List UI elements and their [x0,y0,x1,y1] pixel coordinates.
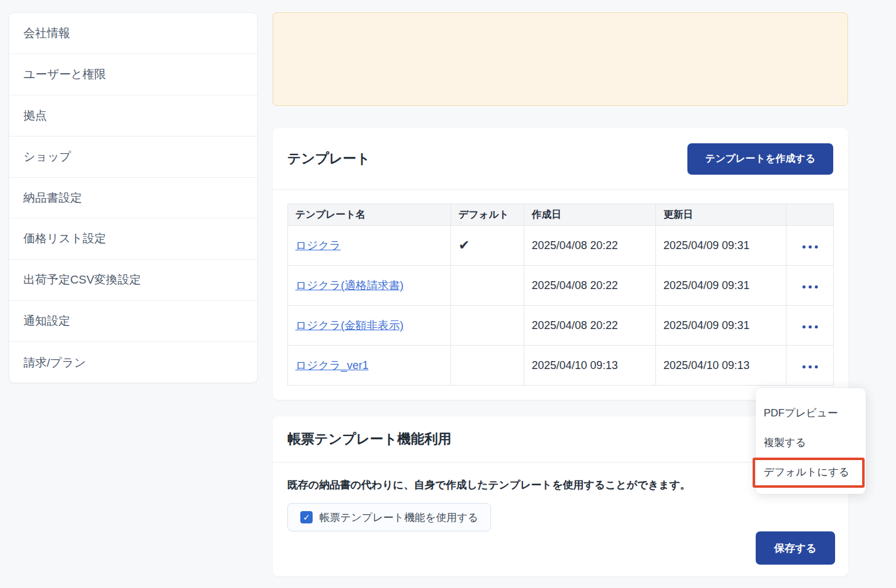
menu-item-pdf-preview[interactable]: PDFプレビュー [756,398,866,427]
created-date: 2025/04/10 09:13 [524,346,656,386]
row-actions-context-menu: PDFプレビュー 複製する デフォルトにする [756,388,866,494]
template-link[interactable]: ロジクラ [295,239,341,252]
feature-description: 既存の納品書の代わりに、自身で作成したテンプレートを使用することができます。 [287,478,833,492]
save-button[interactable]: 保存する [756,531,835,565]
default-check-icon: ✔ [458,237,470,253]
column-header-template-name: テンプレート名 [288,204,451,226]
notice-banner [273,12,848,106]
sidebar-item-delivery-note-settings[interactable]: 納品書設定 [9,178,257,219]
sidebar-item-shipping-csv-settings[interactable]: 出荷予定CSV変換設定 [9,260,257,301]
template-section-title: テンプレート [287,149,370,168]
table-header-row: テンプレート名 デフォルト 作成日 更新日 [288,204,834,226]
table-row: ロジクラ(適格請求書) 2025/04/08 20:22 2025/04/09 … [288,266,834,306]
row-actions-ellipsis-icon[interactable] [799,242,822,252]
sidebar-item-label: 会社情報 [23,25,70,41]
created-date: 2025/04/08 20:22 [524,306,656,346]
created-date: 2025/04/08 20:22 [524,226,656,266]
create-template-button[interactable]: テンプレートを作成する [687,143,833,175]
sidebar-item-locations[interactable]: 拠点 [9,95,257,137]
row-actions-ellipsis-icon[interactable] [799,322,822,332]
template-table: テンプレート名 デフォルト 作成日 更新日 ロジクラ ✔ 2025/04/08 … [287,204,834,386]
template-link[interactable]: ロジクラ_ver1 [295,359,369,371]
template-section: テンプレート テンプレートを作成する テンプレート名 デフォルト 作成日 更新日… [273,128,848,400]
menu-item-duplicate[interactable]: 複製する [756,427,866,457]
sidebar-item-billing-plan[interactable]: 請求/プラン [9,342,257,383]
updated-date: 2025/04/09 09:31 [656,306,786,346]
column-header-actions [786,204,834,226]
sidebar-item-label: 拠点 [23,108,47,124]
table-row: ロジクラ(金額非表示) 2025/04/08 20:22 2025/04/09 … [288,306,834,346]
checkbox-label: 帳票テンプレート機能を使用する [319,511,478,525]
sidebar-item-label: 通知設定 [23,313,70,329]
sidebar-item-label: 納品書設定 [23,190,82,206]
updated-date: 2025/04/09 09:31 [656,226,786,266]
template-link[interactable]: ロジクラ(適格請求書) [295,279,404,292]
sidebar-item-label: 出荷予定CSV変換設定 [23,272,141,288]
table-row: ロジクラ ✔ 2025/04/08 20:22 2025/04/09 09:31 [288,226,834,266]
table-row: ロジクラ_ver1 2025/04/10 09:13 2025/04/10 09… [288,346,834,386]
created-date: 2025/04/08 20:22 [524,266,656,306]
sidebar-item-label: 価格リスト設定 [23,231,106,247]
settings-sidebar: 会社情報 ユーザーと権限 拠点 ショップ 納品書設定 価格リスト設定 出荷予定C… [9,12,258,383]
sidebar-item-label: 請求/プラン [23,355,86,371]
updated-date: 2025/04/10 09:13 [656,346,786,386]
column-header-created: 作成日 [524,204,656,226]
feature-section-title: 帳票テンプレート機能利用 [287,430,452,448]
column-header-default: デフォルト [451,204,524,226]
sidebar-item-notification-settings[interactable]: 通知設定 [9,301,257,342]
checked-checkbox-icon[interactable]: ✓ [300,511,313,523]
sidebar-item-label: ショップ [23,149,71,165]
updated-date: 2025/04/09 09:31 [656,266,786,306]
template-section-header: テンプレート テンプレートを作成する [273,128,848,190]
sidebar-item-price-list-settings[interactable]: 価格リスト設定 [9,218,257,260]
sidebar-item-shops[interactable]: ショップ [9,137,257,178]
row-actions-ellipsis-icon[interactable] [799,362,822,372]
use-template-feature-checkbox-group[interactable]: ✓ 帳票テンプレート機能を使用する [287,503,491,531]
row-actions-ellipsis-icon[interactable] [799,282,822,292]
sidebar-item-company-info[interactable]: 会社情報 [9,13,257,54]
template-link[interactable]: ロジクラ(金額非表示) [295,319,404,332]
sidebar-item-users-permissions[interactable]: ユーザーと権限 [9,54,257,95]
menu-item-set-default[interactable]: デフォルトにする [756,457,866,487]
sidebar-item-label: ユーザーと権限 [23,66,106,82]
column-header-updated: 更新日 [656,204,786,226]
